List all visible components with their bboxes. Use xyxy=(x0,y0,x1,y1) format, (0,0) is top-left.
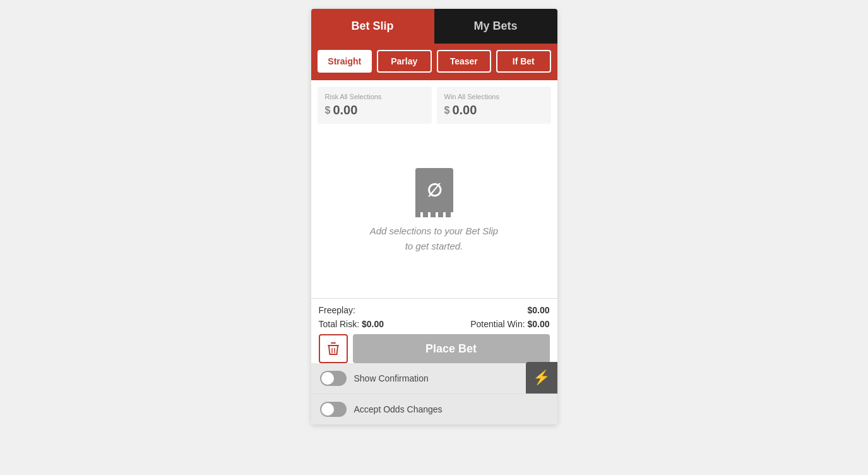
potential-win-label: Potential Win: $0.00 xyxy=(470,319,549,329)
empty-icon-symbol: ∅ xyxy=(427,180,442,201)
tab-mybets[interactable]: My Bets xyxy=(434,9,557,44)
win-all-label: Win All Selections xyxy=(444,93,544,100)
svg-rect-1 xyxy=(331,342,336,344)
trash-icon xyxy=(327,342,340,356)
thunder-button[interactable]: ⚡ xyxy=(526,362,557,394)
place-bet-button[interactable]: Place Bet xyxy=(353,334,550,363)
footer-actions: Place Bet xyxy=(319,334,550,363)
risk-all-label: Risk All Selections xyxy=(325,93,424,100)
risk-all-value: $ 0.00 xyxy=(325,103,424,117)
freeplay-label: Freeplay: xyxy=(319,305,355,315)
risk-all-box: Risk All Selections $ 0.00 xyxy=(318,87,432,124)
freeplay-value: $0.00 xyxy=(527,305,549,315)
bet-type-ifbet[interactable]: If Bet xyxy=(496,50,551,73)
thunder-icon: ⚡ xyxy=(533,370,550,386)
bet-type-parlay[interactable]: Parlay xyxy=(377,50,432,73)
win-amount: 0.00 xyxy=(452,103,477,117)
total-risk-row: Total Risk: $0.00 Potential Win: $0.00 xyxy=(319,319,550,329)
win-all-value: $ 0.00 xyxy=(444,103,544,117)
empty-state-text: Add selections to your Bet Slip to get s… xyxy=(370,224,498,254)
show-confirmation-toggle[interactable] xyxy=(320,371,347,386)
footer-section: Freeplay: $0.00 Total Risk: $0.00 Potent… xyxy=(311,298,557,363)
total-risk-label: Total Risk: $0.00 xyxy=(319,319,384,329)
empty-betslip-icon: ∅ xyxy=(415,168,453,212)
show-confirmation-label: Show Confirmation xyxy=(354,373,429,383)
risk-dollar-sign: $ xyxy=(325,105,331,116)
bet-type-bar: Straight Parlay Teaser If Bet xyxy=(311,44,557,80)
bet-type-teaser[interactable]: Teaser xyxy=(437,50,492,73)
accept-odds-label: Accept Odds Changes xyxy=(354,404,443,414)
empty-state: ∅ Add selections to your Bet Slip to get… xyxy=(311,130,557,298)
bet-type-straight[interactable]: Straight xyxy=(318,50,372,73)
header-tabs: Bet Slip My Bets xyxy=(311,9,557,44)
win-dollar-sign: $ xyxy=(444,105,450,116)
tab-betslip[interactable]: Bet Slip xyxy=(311,9,434,44)
clear-bets-button[interactable] xyxy=(319,334,348,363)
win-all-box: Win All Selections $ 0.00 xyxy=(437,87,551,124)
risk-amount: 0.00 xyxy=(333,103,357,117)
accept-odds-row: Accept Odds Changes xyxy=(311,394,557,424)
show-confirmation-row: Show Confirmation ⚡ xyxy=(311,363,557,394)
svg-rect-0 xyxy=(328,345,339,346)
accept-odds-toggle[interactable] xyxy=(320,402,347,417)
bet-slip-panel: Bet Slip My Bets Straight Parlay Teaser … xyxy=(311,9,557,424)
toggle-section: Show Confirmation ⚡ Accept Odds Changes xyxy=(311,363,557,424)
freeplay-row: Freeplay: $0.00 xyxy=(319,305,550,315)
selections-row: Risk All Selections $ 0.00 Win All Selec… xyxy=(311,80,557,130)
